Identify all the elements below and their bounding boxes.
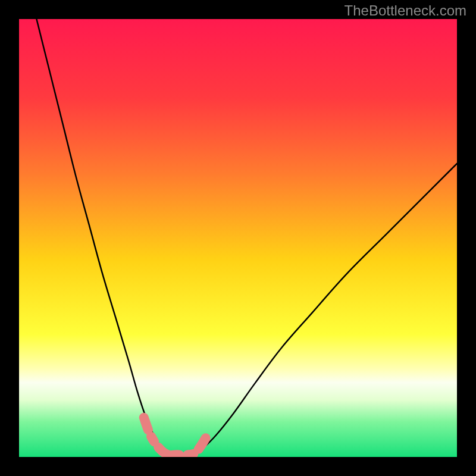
plot-area (19, 19, 457, 457)
chart-frame: TheBottleneck.com (0, 0, 476, 476)
watermark-text: TheBottleneck.com (345, 2, 466, 19)
gradient-background (19, 19, 457, 457)
chart-svg (19, 19, 457, 457)
